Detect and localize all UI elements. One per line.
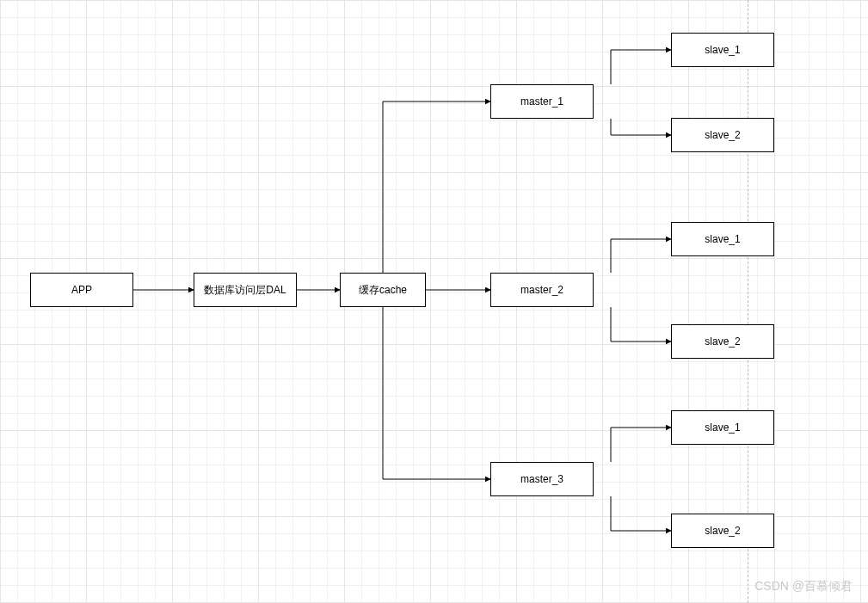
watermark-text: CSDN @百慕倾君 [754, 579, 853, 593]
node-master-2: master_2 [490, 273, 594, 307]
node-m2-slave-1-label: slave_1 [705, 233, 740, 245]
node-master-3-label: master_3 [520, 473, 563, 485]
node-m2-slave-2-label: slave_2 [705, 335, 740, 348]
node-master-1: master_1 [490, 84, 594, 119]
node-m1-slave-1-label: slave_1 [705, 44, 740, 56]
node-m3-slave-2-label: slave_2 [705, 525, 740, 537]
node-app-label: APP [71, 284, 92, 296]
node-master-1-label: master_1 [520, 95, 563, 108]
node-m1-slave-2: slave_2 [671, 118, 774, 152]
watermark: CSDN @百慕倾君 [754, 579, 853, 594]
node-master-2-label: master_2 [520, 284, 563, 296]
node-cache: 缓存cache [340, 273, 426, 307]
node-app: APP [30, 273, 133, 307]
node-m2-slave-1: slave_1 [671, 222, 774, 256]
node-m3-slave-2: slave_2 [671, 514, 774, 548]
node-m2-slave-2: slave_2 [671, 324, 774, 359]
node-dal: 数据库访问层DAL [194, 273, 297, 307]
node-m3-slave-1-label: slave_1 [705, 421, 740, 434]
node-master-3: master_3 [490, 462, 594, 496]
node-m3-slave-1: slave_1 [671, 410, 774, 445]
node-m1-slave-1: slave_1 [671, 33, 774, 67]
node-m1-slave-2-label: slave_2 [705, 129, 740, 141]
node-cache-label: 缓存cache [359, 283, 407, 298]
node-dal-label: 数据库访问层DAL [204, 283, 286, 298]
